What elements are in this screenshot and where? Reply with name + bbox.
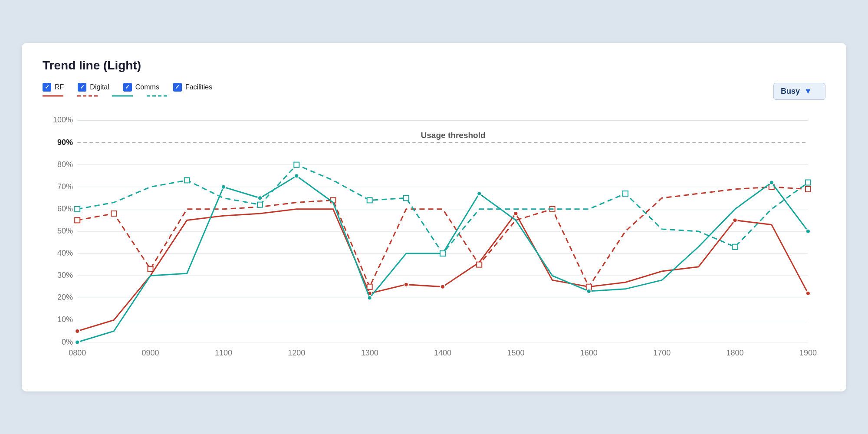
legend-container: ✓ RF ✓ Digital ✓ Comms ✓ Facilities [43,83,226,98]
svg-point-58 [258,196,262,200]
legend-label-digital: Digital [90,83,109,91]
legend-label-facilities: Facilities [185,83,212,91]
svg-point-64 [806,229,810,233]
svg-text:70%: 70% [57,182,73,191]
svg-text:40%: 40% [57,249,73,257]
svg-text:0%: 0% [62,337,73,346]
svg-text:1500: 1500 [507,348,524,357]
svg-point-62 [587,289,591,293]
svg-rect-71 [440,251,445,256]
svg-point-38 [75,329,79,333]
svg-text:100%: 100% [53,115,73,124]
checkbox-digital[interactable]: ✓ [78,83,86,92]
checkbox-comms[interactable]: ✓ [123,83,132,92]
svg-rect-51 [477,262,482,267]
svg-text:90%: 90% [57,138,73,146]
line-indicator-facilities [147,94,168,98]
svg-text:0800: 0800 [69,348,86,357]
svg-text:1300: 1300 [361,348,378,357]
svg-rect-70 [404,195,409,201]
svg-point-63 [769,180,774,184]
svg-text:Usage threshold: Usage threshold [421,131,486,140]
line-indicator-rf [43,94,63,98]
line-indicator-comms [112,94,133,98]
legend-item-facilities[interactable]: ✓ Facilities [173,83,212,92]
svg-text:1200: 1200 [288,348,305,357]
chevron-down-icon: ▼ [804,87,812,96]
svg-rect-72 [623,191,628,196]
legend-item-rf[interactable]: ✓ RF [43,83,64,92]
svg-text:1900: 1900 [799,348,817,357]
main-card: Trend line (Light) ✓ RF ✓ Digital ✓ Comm… [22,43,846,391]
trend-chart: 0%10%20%30%40%50%60%70%80%90%100%Usage t… [43,103,825,372]
svg-text:1700: 1700 [653,348,671,357]
line-indicator-digital [77,94,98,98]
svg-rect-66 [184,178,190,183]
svg-rect-53 [586,284,592,289]
svg-rect-67 [257,202,263,207]
svg-text:1100: 1100 [215,348,232,357]
svg-text:60%: 60% [57,204,73,213]
svg-text:80%: 80% [57,160,73,168]
svg-rect-68 [294,162,299,167]
svg-point-56 [75,340,79,344]
legend-items-row: ✓ RF ✓ Digital ✓ Comms ✓ Facilities [43,83,226,92]
svg-rect-50 [367,284,372,289]
svg-rect-47 [111,211,116,216]
legend-item-comms[interactable]: ✓ Comms [123,83,159,92]
checkbox-rf[interactable]: ✓ [43,83,51,92]
legend-label-comms: Comms [135,83,159,91]
line-indicators-row [43,94,226,98]
svg-rect-55 [806,186,811,191]
legend-label-rf: RF [55,83,64,91]
svg-rect-73 [733,244,738,249]
svg-point-45 [806,291,810,296]
svg-text:1800: 1800 [726,348,743,357]
checkbox-facilities[interactable]: ✓ [173,83,182,92]
svg-rect-65 [75,206,80,211]
busy-dropdown[interactable]: Busy ▼ [773,83,825,100]
svg-rect-46 [75,217,80,223]
svg-text:1600: 1600 [580,348,598,357]
svg-point-40 [404,282,408,286]
svg-text:50%: 50% [57,226,73,235]
svg-point-41 [441,284,445,289]
svg-rect-74 [806,180,811,185]
svg-text:10%: 10% [57,315,73,324]
svg-text:0900: 0900 [142,348,159,357]
dropdown-label: Busy [781,87,800,96]
header-row: ✓ RF ✓ Digital ✓ Comms ✓ Facilities [43,83,825,100]
svg-text:1400: 1400 [434,348,451,357]
svg-rect-48 [148,266,153,271]
chart-area: 0%10%20%30%40%50%60%70%80%90%100%Usage t… [43,103,825,374]
svg-point-61 [477,191,481,196]
svg-text:20%: 20% [57,293,73,302]
svg-text:30%: 30% [57,271,73,279]
svg-rect-69 [367,197,372,203]
page-title: Trend line (Light) [43,59,825,72]
svg-point-44 [733,218,737,222]
svg-point-60 [368,296,372,300]
legend-item-digital[interactable]: ✓ Digital [78,83,109,92]
svg-point-59 [294,174,299,178]
svg-point-42 [513,211,518,216]
svg-point-57 [221,184,226,189]
